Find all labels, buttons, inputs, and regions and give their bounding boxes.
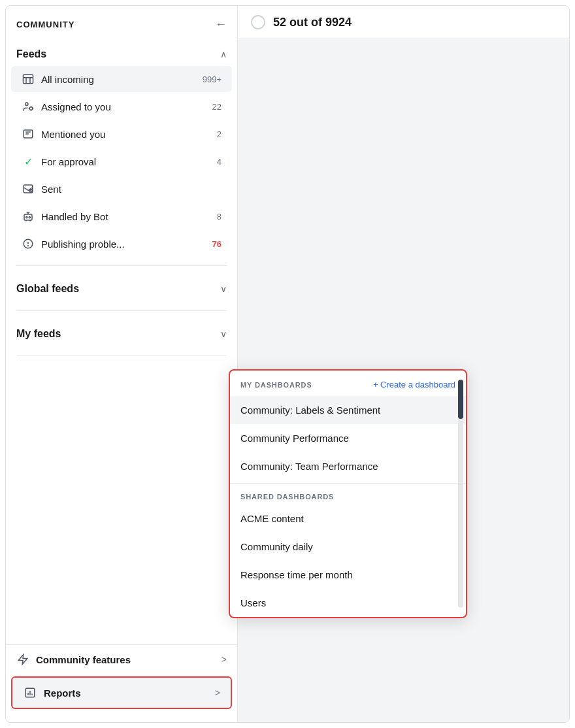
select-all-checkbox[interactable] [251,15,265,29]
assigned-to-you-badge: 22 [212,102,222,112]
dashboard-item-label: ACME content [240,513,304,524]
my-dashboards-header: MY DASHBOARDS + Create a dashboard [230,371,466,396]
my-feeds-chevron-icon: ∨ [220,329,227,339]
back-icon[interactable]: ← [215,18,227,31]
global-feeds-chevron-icon: ∨ [220,284,227,294]
reports-chevron-icon: > [215,687,220,698]
check-icon: ✓ [22,155,35,168]
svg-point-2 [29,107,33,110]
dashboard-item-label: Community Performance [240,433,349,444]
handled-by-bot-label: Handled by Bot [41,211,210,222]
reports-icon [23,686,37,700]
feeds-chevron-icon: ∧ [220,49,227,59]
sidebar-item-handled-by-bot[interactable]: Handled by Bot 8 [11,203,232,229]
info-icon [22,237,35,250]
item-count: 52 out of 9924 [273,16,352,29]
all-incoming-label: All incoming [41,74,196,85]
count-bold: 52 [273,16,286,29]
publishing-problems-label: Publishing proble... [41,239,206,250]
scrollbar-thumb [458,380,463,419]
sidebar-item-mentioned-you[interactable]: Mentioned you 2 [11,121,232,147]
create-dashboard-button[interactable]: + Create a dashboard [373,380,455,389]
dashboard-item-labels-sentiment[interactable]: Community: Labels & Sentiment [230,396,466,424]
publishing-problems-badge: 76 [212,239,222,249]
feeds-section-title: Feeds [16,48,46,60]
dashboards-dropdown: MY DASHBOARDS + Create a dashboard Commu… [229,369,467,618]
svg-point-7 [26,216,27,218]
mentioned-you-badge: 2 [217,129,222,139]
my-feeds-title: My feeds [16,328,61,340]
dashboard-item-community-daily[interactable]: Community daily [230,533,466,561]
dashboard-item-label: Community: Labels & Sentiment [240,405,380,416]
assigned-to-you-label: Assigned to you [41,101,206,112]
sidebar-item-reports[interactable]: Reports > [11,676,232,709]
divider-2 [16,310,227,311]
sidebar: COMMUNITY ← Feeds ∧ All incoming 999+ [6,6,238,722]
dashboard-item-label: Response time per month [240,569,353,580]
dashboard-item-acme-content[interactable]: ACME content [230,505,466,533]
lightning-icon [16,653,29,666]
scrollbar-track[interactable] [458,380,463,608]
workspace-title: COMMUNITY [16,20,75,29]
dashboard-item-users[interactable]: Users [230,589,466,617]
divider-3 [16,356,227,356]
community-features-label: Community features [36,654,215,665]
my-feeds-header[interactable]: My feeds ∨ [6,322,237,345]
dashboard-item-response-time[interactable]: Response time per month [230,561,466,589]
dashboard-item-community-performance[interactable]: Community Performance [230,424,466,452]
sidebar-item-community-features[interactable]: Community features > [6,644,237,674]
svg-rect-6 [24,214,32,220]
dashboard-item-team-performance[interactable]: Community: Team Performance [230,452,466,480]
svg-point-8 [29,216,30,218]
shared-dashboards-label: SHARED DASHBOARDS [230,486,466,505]
my-dashboards-label: MY DASHBOARDS [240,381,312,389]
reports-label: Reports [44,687,208,699]
sidebar-item-all-incoming[interactable]: All incoming 999+ [11,66,232,92]
count-bold2: 9924 [325,16,352,29]
sent-label: Sent [41,184,215,195]
top-bar: 52 out of 9924 [238,6,569,39]
mention-icon [22,127,35,141]
sidebar-item-assigned-to-you[interactable]: Assigned to you 22 [11,93,232,120]
community-features-chevron-icon: > [222,654,227,665]
feeds-section-header[interactable]: Feeds ∧ [6,42,237,65]
svg-rect-0 [24,74,33,84]
svg-point-11 [28,246,29,246]
assign-icon [22,100,35,113]
count-separator: out of [286,16,325,29]
dashboard-item-label: Community daily [240,541,313,552]
for-approval-badge: 4 [217,157,222,167]
global-feeds-title: Global feeds [16,283,79,295]
sidebar-header: COMMUNITY ← [6,6,237,42]
for-approval-label: For approval [41,156,210,167]
dashboard-item-label: Users [240,597,266,608]
global-feeds-header[interactable]: Global feeds ∨ [6,276,237,300]
dropdown-divider [230,483,466,484]
divider-1 [16,265,227,266]
sidebar-item-publishing-problems[interactable]: Publishing proble... 76 [11,231,232,257]
sent-icon [22,182,35,195]
svg-point-1 [25,103,29,106]
sidebar-item-for-approval[interactable]: ✓ For approval 4 [11,148,232,174]
mentioned-you-label: Mentioned you [41,129,210,140]
inbox-icon [22,73,35,86]
bot-icon [22,210,35,223]
all-incoming-badge: 999+ [203,74,222,84]
sidebar-item-sent[interactable]: Sent [11,176,232,202]
handled-by-bot-badge: 8 [217,212,222,222]
dashboard-item-label: Community: Team Performance [240,461,378,472]
